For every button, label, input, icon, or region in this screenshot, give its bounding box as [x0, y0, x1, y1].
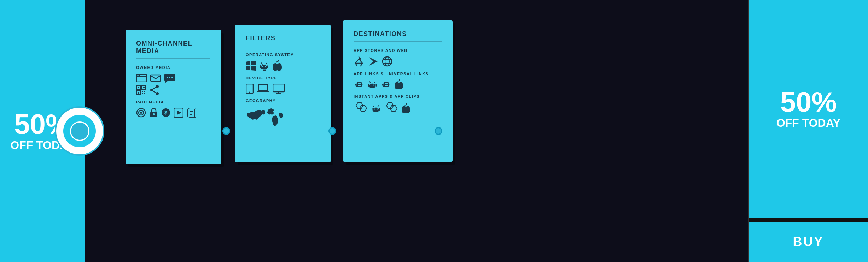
svg-point-19 [150, 89, 153, 91]
svg-rect-55 [273, 84, 284, 92]
apple-icon-3 [402, 103, 410, 113]
appstore-icon [354, 56, 364, 67]
email-icon [150, 74, 161, 82]
svg-point-52 [249, 92, 250, 93]
svg-rect-16 [142, 93, 143, 94]
hex-cluster-2 [384, 102, 398, 115]
svg-rect-45 [260, 65, 261, 68]
svg-line-22 [153, 91, 156, 93]
svg-point-25 [140, 112, 142, 114]
playstore-icon [368, 56, 378, 67]
svg-rect-4 [151, 75, 161, 81]
svg-rect-46 [267, 65, 268, 68]
svg-rect-9 [138, 87, 139, 88]
svg-rect-13 [138, 92, 139, 94]
card1-section1-icons [136, 73, 210, 83]
svg-rect-69 [368, 84, 369, 87]
svg-point-7 [171, 77, 173, 78]
svg-line-74 [374, 82, 375, 83]
svg-marker-39 [246, 61, 250, 65]
svg-marker-33 [177, 111, 181, 115]
svg-rect-78 [379, 108, 380, 111]
card3-section3-label: INSTANT APPS & APP CLIPS [354, 94, 442, 99]
chat-icon [164, 73, 175, 83]
main-scene: 50% OFF TODAY OMNI-CHANNEL MEDIA OWNED M… [0, 0, 868, 262]
card1-section2-label: PAID MEDIA [136, 100, 210, 104]
link-icon-2 [380, 81, 391, 88]
svg-rect-17 [144, 93, 145, 94]
svg-text:$: $ [164, 110, 167, 115]
hex-cluster-1 [354, 102, 368, 115]
play-icon [174, 108, 183, 118]
card2-section1-label: OPERATING SYSTEM [246, 53, 320, 57]
buy-button[interactable]: BUY [749, 222, 868, 262]
right-promo-percent: 50% [780, 88, 837, 116]
web-icon [382, 56, 392, 67]
card2-device-icons [246, 84, 320, 94]
phone-screen-bottom: BUY [749, 220, 868, 262]
connector-dot-3 [435, 127, 442, 135]
svg-rect-14 [142, 91, 143, 92]
android-icon [259, 61, 269, 71]
lock-icon [150, 108, 158, 118]
svg-line-48 [266, 63, 267, 64]
card2-geo-icons [246, 106, 320, 129]
card2-section3-label: GEOGRAPHY [246, 99, 320, 103]
apple-icon-2 [395, 79, 403, 89]
tablet-icon [246, 84, 254, 94]
windows-icon [246, 61, 256, 71]
apple-icon [273, 60, 282, 71]
svg-point-2 [138, 75, 139, 76]
dollar-icon: $ [162, 108, 170, 118]
svg-rect-44 [264, 69, 266, 71]
svg-point-72 [373, 85, 374, 86]
svg-rect-43 [263, 69, 264, 71]
svg-point-18 [156, 85, 159, 88]
omni-channel-card: OMNI-CHANNEL MEDIA OWNED MEDIA [126, 30, 221, 164]
card3-title: DESTINATIONS [354, 30, 442, 42]
layers-icon [187, 108, 197, 118]
svg-point-80 [377, 109, 378, 110]
svg-point-20 [156, 92, 159, 95]
android-icon-2 [368, 80, 377, 89]
svg-line-47 [261, 63, 262, 64]
svg-line-21 [153, 87, 156, 89]
svg-point-29 [153, 113, 155, 115]
svg-marker-41 [246, 66, 250, 70]
svg-point-71 [371, 85, 372, 86]
svg-point-49 [262, 66, 263, 67]
right-promo-off-today: OFF TODAY [776, 116, 840, 130]
desktop-icon [273, 84, 285, 94]
card2-title: FILTERS [246, 35, 320, 46]
card2-os-icons [246, 60, 320, 71]
svg-rect-77 [372, 108, 373, 111]
svg-line-82 [378, 106, 379, 107]
svg-rect-53 [258, 84, 268, 91]
browser-icon [136, 74, 147, 82]
card3-section2-label: APP LINKS & UNIVERSAL LINKS [354, 72, 442, 76]
card3-instant-icons [354, 102, 442, 115]
phone-screen-top: 50% OFF TODAY [749, 0, 868, 218]
connector-dot-1 [222, 127, 230, 135]
laptop-icon [257, 84, 269, 94]
card2-section2-label: DEVICE TYPE [246, 76, 320, 80]
android-icon-3 [371, 104, 380, 113]
svg-point-3 [139, 75, 140, 76]
svg-rect-11 [143, 87, 145, 88]
svg-point-6 [169, 77, 170, 78]
svg-line-61 [355, 59, 359, 63]
card1-section2-icons: $ [136, 108, 210, 118]
right-phone: 50% OFF TODAY BUY [748, 0, 868, 262]
card3-appstores-icons [354, 56, 442, 67]
geography-map-icon [246, 106, 295, 129]
card1-section1-icons2 [136, 85, 210, 95]
target-icon [136, 108, 146, 118]
card1-section1-label: OWNED MEDIA [136, 65, 210, 70]
svg-point-65 [383, 57, 392, 66]
svg-marker-42 [251, 66, 256, 71]
filters-card: FILTERS OPERATING SYSTEM [235, 25, 331, 162]
svg-rect-70 [376, 84, 377, 87]
destinations-card: DESTINATIONS APP STORES AND WEB [343, 20, 453, 162]
card1-title: OMNI-CHANNEL MEDIA [136, 40, 210, 59]
svg-line-62 [359, 59, 362, 63]
